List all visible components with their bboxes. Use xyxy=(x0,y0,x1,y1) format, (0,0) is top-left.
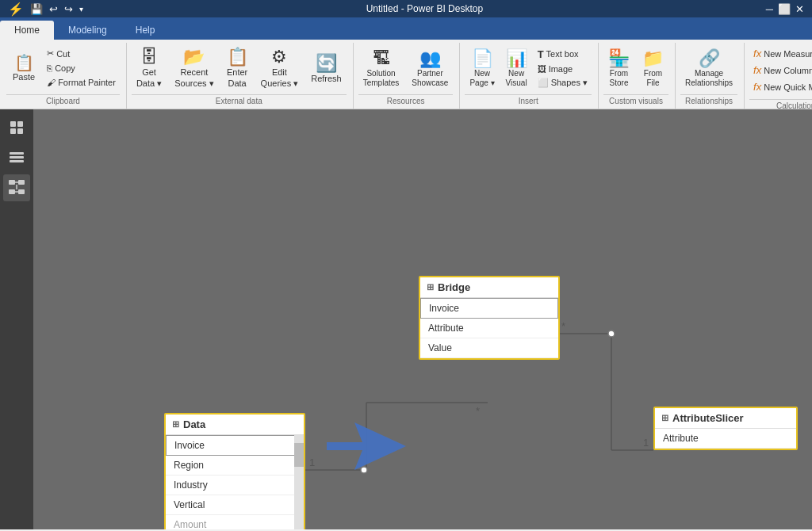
new-quick-measure-button[interactable]: fx New Quick Measure xyxy=(749,79,812,94)
attributeslicer-row-attribute[interactable]: Attribute xyxy=(655,429,796,449)
redo-button[interactable]: ↪ xyxy=(63,3,75,15)
close-button[interactable]: ✕ xyxy=(794,3,806,15)
qat-dropdown-button[interactable]: ▾ xyxy=(78,5,85,13)
drag-arrow xyxy=(319,418,406,474)
save-button[interactable]: 💾 xyxy=(29,3,44,15)
from-file-icon: 📁 xyxy=(642,48,664,69)
ribbon-group-external-data: 🗄 GetData ▾ 📂 RecentSources ▾ 📋 EnterDat… xyxy=(128,43,354,109)
new-column-button[interactable]: fx New Column xyxy=(749,63,812,78)
recent-sources-label: RecentSources ▾ xyxy=(174,67,213,88)
bridge-row-value[interactable]: Value xyxy=(420,338,558,358)
ribbon-group-custom-visuals: 🏪 FromStore 📁 FromFile Custom visuals xyxy=(600,43,676,109)
shapes-label: Shapes ▾ xyxy=(551,78,588,88)
partner-showcase-label: PartnerShowcase xyxy=(412,69,448,88)
manage-relationships-icon: 🔗 xyxy=(699,48,720,69)
bridge-table-icon: ⊞ xyxy=(427,282,434,292)
new-page-button[interactable]: 📄 NewPage ▾ xyxy=(465,46,499,90)
from-store-icon: 🏪 xyxy=(608,48,630,69)
data-table-icon: ⊞ xyxy=(172,419,179,430)
minimize-button[interactable]: ─ xyxy=(764,3,775,15)
attributeslicer-table[interactable]: ⊞ AttributeSlicer Attribute xyxy=(653,407,798,450)
data-row-invoice[interactable]: Invoice xyxy=(166,435,304,456)
copy-button[interactable]: ⎘ Copy xyxy=(43,62,120,74)
ribbon: 📋 Paste ✂ Cut ⎘ Copy 🖌 Format Painter Cl… xyxy=(0,40,812,109)
insert-group-label: Insert xyxy=(465,94,592,105)
report-view-button[interactable] xyxy=(3,114,30,141)
svg-marker-26 xyxy=(327,422,406,470)
data-table-scrollbar[interactable] xyxy=(294,435,304,529)
svg-rect-7 xyxy=(9,180,15,185)
get-data-button[interactable]: 🗄 GetData ▾ xyxy=(132,44,167,90)
data-row-vertical[interactable]: Vertical xyxy=(166,495,304,515)
refresh-button[interactable]: 🔄 Refresh xyxy=(306,51,347,86)
tab-bar: Home Modeling Help xyxy=(0,17,812,40)
text-box-icon: T xyxy=(538,48,544,60)
bridge-table-name: Bridge xyxy=(438,281,470,293)
solution-templates-button[interactable]: 🏗 SolutionTemplates xyxy=(358,46,404,90)
data-table-scroll-thumb[interactable] xyxy=(294,443,304,467)
ribbon-group-calculations: fx New Measure fx New Column fx New Quic… xyxy=(746,43,812,109)
edit-queries-button[interactable]: ⚙ EditQueries ▾ xyxy=(256,44,304,90)
new-measure-button[interactable]: fx New Measure xyxy=(749,46,812,61)
cut-icon: ✂ xyxy=(47,48,54,59)
svg-rect-3 xyxy=(17,128,23,134)
format-painter-button[interactable]: 🖌 Format Painter xyxy=(43,76,120,89)
text-box-button[interactable]: T Text box xyxy=(534,47,592,62)
canvas[interactable]: 1 * * 1 ⊞ Bridge Invoice Attribute Valu xyxy=(33,109,812,529)
bridge-table[interactable]: ⊞ Bridge Invoice Attribute Value xyxy=(419,276,560,360)
recent-sources-icon: 📂 xyxy=(183,47,205,67)
edit-queries-label: EditQueries ▾ xyxy=(261,67,299,88)
paste-button[interactable]: 📋 Paste xyxy=(6,43,41,93)
from-file-label: FromFile xyxy=(644,69,662,88)
enter-data-button[interactable]: 📋 EnterData xyxy=(222,44,253,90)
clipboard-group-label: Clipboard xyxy=(6,94,120,105)
bridge-row-invoice[interactable]: Invoice xyxy=(420,298,558,319)
data-row-region[interactable]: Region xyxy=(166,456,304,476)
from-file-button[interactable]: 📁 FromFile xyxy=(638,46,668,90)
tab-help[interactable]: Help xyxy=(121,21,170,40)
attributeslicer-table-icon: ⊞ xyxy=(661,413,668,423)
shapes-icon: ⬜ xyxy=(538,78,549,88)
restore-button[interactable]: ⬜ xyxy=(776,3,792,15)
relationships-group-label: Relationships xyxy=(680,94,737,105)
new-visual-label: NewVisual xyxy=(506,69,527,88)
recent-sources-button[interactable]: 📂 RecentSources ▾ xyxy=(170,44,218,90)
cut-label: Cut xyxy=(56,49,70,59)
window-title: Untitled - Power BI Desktop xyxy=(91,3,758,14)
tab-modeling[interactable]: Modeling xyxy=(54,21,121,40)
new-visual-button[interactable]: 📊 NewVisual xyxy=(501,46,532,90)
data-row-industry[interactable]: Industry xyxy=(166,476,304,495)
partner-showcase-icon: 👥 xyxy=(419,48,441,69)
svg-text:*: * xyxy=(476,405,480,417)
data-table[interactable]: ⊞ Data Invoice Region Industry Vertical … xyxy=(164,413,305,529)
bridge-row-attribute[interactable]: Attribute xyxy=(420,319,558,338)
relationship-view-icon xyxy=(8,179,25,197)
manage-relationships-button[interactable]: 🔗 ManageRelationships xyxy=(680,46,737,90)
format-painter-label: Format Painter xyxy=(58,78,116,87)
data-view-button[interactable] xyxy=(3,144,30,171)
copy-icon: ⎘ xyxy=(47,63,52,73)
svg-text:1: 1 xyxy=(309,457,315,468)
attributeslicer-table-header: ⊞ AttributeSlicer xyxy=(655,408,796,429)
data-table-header: ⊞ Data xyxy=(166,414,304,435)
relationship-view-button[interactable] xyxy=(3,174,30,201)
data-row-amount[interactable]: Amount xyxy=(166,515,304,529)
main-area: 1 * * 1 ⊞ Bridge Invoice Attribute Valu xyxy=(0,109,812,529)
svg-rect-0 xyxy=(10,121,16,127)
undo-button[interactable]: ↩ xyxy=(48,3,59,15)
svg-text:*: * xyxy=(561,320,565,332)
new-page-label: NewPage ▾ xyxy=(469,69,494,88)
solution-templates-icon: 🏗 xyxy=(373,48,390,69)
quick-access-toolbar: ⚡ 💾 ↩ ↪ ▾ xyxy=(6,2,85,17)
custom-visuals-group-label: Custom visuals xyxy=(603,94,668,105)
new-quick-measure-icon: fx xyxy=(753,81,761,93)
new-visual-icon: 📊 xyxy=(506,48,527,69)
partner-showcase-button[interactable]: 👥 PartnerShowcase xyxy=(407,46,453,90)
tab-home[interactable]: Home xyxy=(0,21,54,40)
shapes-button[interactable]: ⬜ Shapes ▾ xyxy=(534,76,592,90)
data-view-icon xyxy=(9,150,25,166)
image-button[interactable]: 🖼 Image xyxy=(534,63,592,75)
from-store-button[interactable]: 🏪 FromStore xyxy=(603,46,634,90)
get-data-label: GetData ▾ xyxy=(136,67,162,88)
cut-button[interactable]: ✂ Cut xyxy=(43,47,120,60)
